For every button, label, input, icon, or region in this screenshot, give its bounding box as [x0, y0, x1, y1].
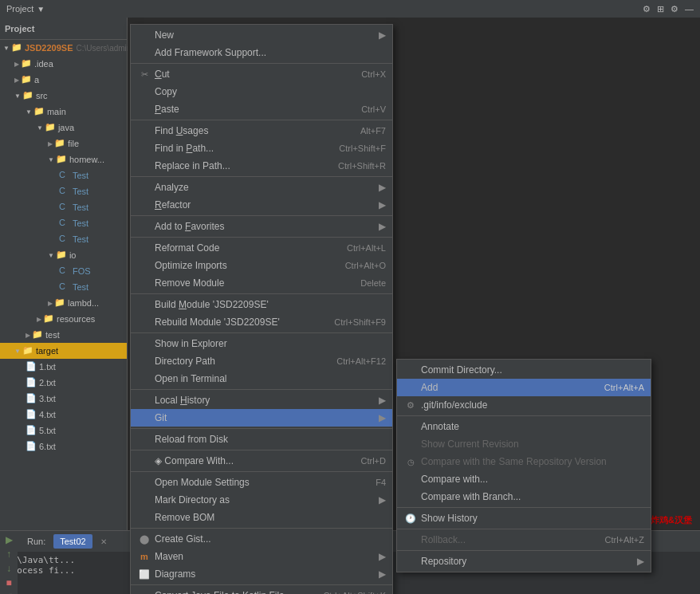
tree-item-test5[interactable]: C Test — [0, 231, 127, 247]
tree-item-5txt[interactable]: 📄 5.txt — [0, 423, 127, 439]
tree-item-src[interactable]: ▼ 📁 src — [0, 88, 127, 104]
menu-remove-module[interactable]: Remove Module Delete — [131, 274, 392, 292]
menu-maven[interactable]: m Maven ▶ — [131, 548, 392, 565]
menu-paste[interactable]: Paste Ctrl+V — [131, 100, 392, 118]
menu-reformat-code[interactable]: Reformat Code Ctrl+Alt+L — [131, 239, 392, 257]
up-button[interactable]: ↑ — [2, 549, 15, 560]
tree-item-idea[interactable]: ▶ 📁 .idea — [0, 56, 127, 72]
submenu-annotate[interactable]: Annotate — [397, 418, 651, 435]
menu-diagrams[interactable]: ⬜ Diagrams ▶ — [131, 565, 392, 583]
tree-item-test1[interactable]: C Test — [0, 167, 127, 183]
settings-icon[interactable]: ⚙ — [643, 4, 651, 14]
tree-item-resources[interactable]: ▶ 📁 resources — [0, 311, 127, 327]
expand-icon: ▼ — [48, 156, 54, 163]
java-folder-icon: 📁 — [45, 122, 56, 133]
menu-open-in-terminal[interactable]: Open in Terminal — [131, 370, 392, 387]
expand-icon: ▶ — [14, 61, 19, 68]
menu-create-gist[interactable]: ⬤ Create Gist... — [131, 530, 392, 548]
menu-new[interactable]: New ▶ — [131, 26, 392, 44]
shortcut-label: Ctrl+X — [361, 69, 386, 79]
run-tab-test02[interactable]: Test02 — [53, 534, 92, 549]
submenu-compare-with[interactable]: Compare with... — [397, 470, 651, 488]
tree-item-test3[interactable]: C Test — [0, 199, 127, 215]
submenu-git-info-exclude[interactable]: ⚙ .git/info/exclude — [397, 396, 651, 414]
tree-item-test6[interactable]: C Test — [0, 279, 127, 295]
menu-icon: ✂ — [137, 69, 151, 80]
submenu-repository[interactable]: Repository ▶ — [397, 553, 651, 570]
menu-optimize-imports[interactable]: Optimize Imports Ctrl+Alt+O — [131, 257, 392, 274]
separator-9 — [131, 428, 392, 429]
tree-item-4txt[interactable]: 📄 4.txt — [0, 407, 127, 423]
menu-add-to-favorites[interactable]: Add to Favorites ▶ — [131, 218, 392, 235]
tree-item-target[interactable]: ▼ 📁 target — [0, 343, 127, 359]
menu-git[interactable]: Git ▶ — [131, 409, 392, 427]
separator-4 — [131, 215, 392, 216]
menu-label: Maven — [155, 551, 376, 562]
menu-directory-path[interactable]: Directory Path Ctrl+Alt+F12 — [131, 352, 392, 370]
submenu-commit-directory[interactable]: Commit Directory... — [397, 361, 651, 379]
dropdown-arrow[interactable]: ▼ — [37, 5, 45, 14]
gear-icon[interactable]: ⚙ — [671, 4, 678, 14]
title-bar: Project ▼ ⚙ ⊞ ⚙ — — [0, 0, 700, 18]
menu-analyze[interactable]: Analyze ▶ — [131, 179, 392, 196]
tree-item-fos[interactable]: C FOS — [0, 263, 127, 279]
menu-open-module-settings[interactable]: Open Module Settings F4 — [131, 474, 392, 491]
menu-find-in-path[interactable]: Find in Path... Ctrl+Shift+F — [131, 140, 392, 157]
menu-compare-with[interactable]: ◈ Compare With... Ctrl+D — [131, 452, 392, 470]
tree-label: target — [36, 346, 58, 356]
close-tab-icon[interactable]: ✕ — [100, 537, 107, 546]
menu-find-usages[interactable]: Find Usages Alt+F7 — [131, 122, 392, 140]
menu-mark-directory-as[interactable]: Mark Directory as ▶ — [131, 491, 392, 509]
folder-icon: 📁 — [56, 250, 67, 261]
shortcut-label: Ctrl+Alt+A — [604, 383, 644, 392]
tree-item-jsd2209se[interactable]: ▼ 📁 JSD2209SE C:\Users\admin\IdeaProject… — [0, 40, 127, 56]
tree-item-main[interactable]: ▼ 📁 main — [0, 104, 127, 120]
separator-1 — [131, 63, 392, 64]
menu-label: Open Module Settings — [155, 477, 360, 488]
tree-item-2txt[interactable]: 📄 2.txt — [0, 375, 127, 391]
txt-icon: 📄 — [26, 361, 37, 372]
separator-7 — [131, 332, 392, 333]
submenu-show-history[interactable]: 🕐 Show History — [397, 509, 651, 527]
separator-2 — [131, 120, 392, 120]
menu-build-module[interactable]: Build Module 'JSD2209SE' — [131, 296, 392, 313]
menu-show-in-explorer[interactable]: Show in Explorer — [131, 335, 392, 352]
tree-item-java[interactable]: ▼ 📁 java — [0, 120, 127, 136]
tree-item-file[interactable]: ▶ 📁 file — [0, 136, 127, 151]
tree-item-homew[interactable]: ▼ 📁 homew... — [0, 151, 127, 167]
menu-add-framework[interactable]: Add Framework Support... — [131, 44, 392, 61]
folder-icon: 📁 — [54, 138, 65, 149]
tree-item-io[interactable]: ▼ 📁 io — [0, 247, 127, 263]
menu-label: Commit Directory... — [421, 364, 644, 376]
submenu-compare-branch[interactable]: Compare with Branch... — [397, 488, 651, 505]
tree-item-a[interactable]: ▶ 📁 a — [0, 72, 127, 88]
tree-item-lambda[interactable]: ▶ 📁 lambd... — [0, 295, 127, 311]
tree-label: 3.txt — [39, 394, 56, 403]
minimize-icon[interactable]: — — [685, 4, 694, 14]
menu-cut[interactable]: ✂ Cut Ctrl+X — [131, 65, 392, 83]
tree-item-1txt[interactable]: 📄 1.txt — [0, 359, 127, 375]
menu-copy[interactable]: Copy — [131, 83, 392, 100]
down-button[interactable]: ↓ — [2, 563, 15, 574]
menu-convert-java-kotlin[interactable]: Convert Java File to Kotlin File Ctrl+Al… — [131, 587, 392, 594]
run-label: Run: — [27, 537, 45, 546]
menu-remove-bom[interactable]: Remove BOM — [131, 509, 392, 526]
project-label: Project — [6, 4, 33, 14]
menu-refactor[interactable]: Refactor ▶ — [131, 196, 392, 214]
menu-replace-in-path[interactable]: Replace in Path... Ctrl+Shift+R — [131, 157, 392, 175]
submenu-add[interactable]: Add Ctrl+Alt+A — [397, 379, 651, 396]
tree-item-test-dir[interactable]: ▶ 📁 test — [0, 327, 127, 343]
stop-button[interactable]: ■ — [2, 577, 15, 588]
tree-item-3txt[interactable]: 📄 3.txt — [0, 391, 127, 407]
menu-label: Diagrams — [155, 568, 376, 580]
layout-icon[interactable]: ⊞ — [657, 4, 664, 14]
run-button[interactable]: ▶ — [2, 534, 15, 545]
tree-item-6txt[interactable]: 📄 6.txt — [0, 439, 127, 454]
menu-local-history[interactable]: Local History ▶ — [131, 391, 392, 409]
tree-item-test2[interactable]: C Test — [0, 183, 127, 199]
tree-label: 6.txt — [39, 442, 56, 451]
folder-icon: 📁 — [43, 313, 54, 325]
menu-rebuild-module[interactable]: Rebuild Module 'JSD2209SE' Ctrl+Shift+F9 — [131, 313, 392, 331]
tree-item-test4[interactable]: C Test — [0, 215, 127, 231]
menu-reload-from-disk[interactable]: Reload from Disk — [131, 431, 392, 448]
